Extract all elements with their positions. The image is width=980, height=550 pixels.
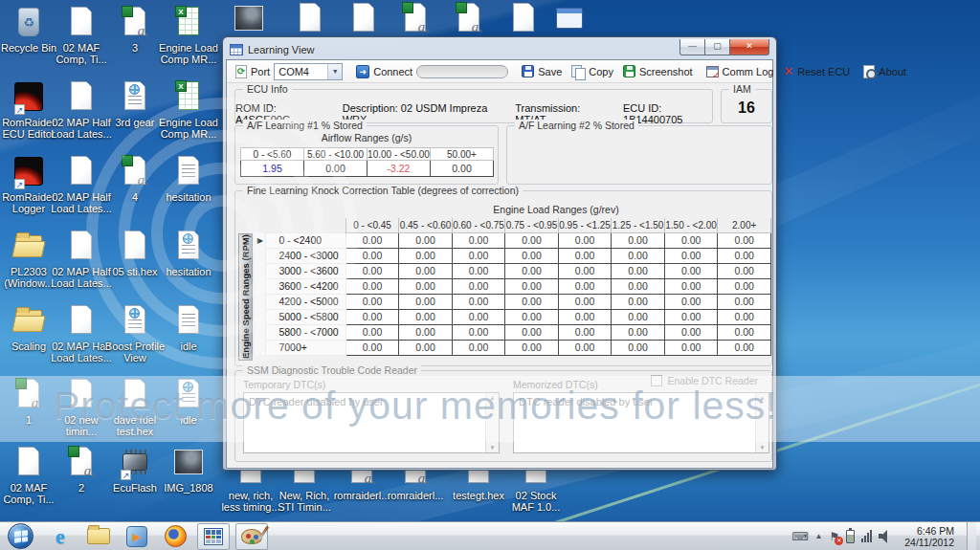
desktop-icon-boost-profile-view[interactable]: Boost Profile View [104,304,166,363]
reset-ecu-button[interactable]: ✕ Reset ECU [778,65,855,77]
knock-value-cell[interactable]: 0.00 [558,232,612,248]
knock-value-cell[interactable]: 0.00 [664,263,718,278]
volume-icon[interactable] [879,530,892,542]
desktop-icon-02-new-timin[interactable]: 02 new timin... [51,378,112,437]
knock-value-cell[interactable]: 0.00 [452,324,505,340]
taskbar-clock[interactable]: 6:46 PM 24/11/2012 [899,525,960,548]
af-value-cell[interactable]: 0.00 [304,161,368,177]
taskbar-item-firefox[interactable] [159,523,191,550]
knock-value-cell[interactable]: 0.00 [505,232,559,248]
chevron-down-icon[interactable]: ▼ [327,64,342,79]
af-value-cell[interactable]: -3.22 [368,161,431,177]
screenshot-button[interactable]: Screenshot [618,65,698,77]
desktop-icon-top-row[interactable]: a, [385,2,446,36]
knock-value-cell[interactable]: 0.00 [612,248,665,263]
knock-value-cell[interactable]: 0.00 [664,232,718,248]
knock-value-cell[interactable]: 0.00 [664,340,718,355]
taskbar-item-learning-view[interactable] [197,523,230,550]
knock-value-cell[interactable]: 0.00 [345,324,399,340]
knock-value-cell[interactable]: 0.00 [718,248,771,263]
taskbar-item-internet-explorer[interactable]: e [44,523,77,550]
window-titlebar[interactable]: Learning View — ▢ ✕ [226,40,773,59]
show-desktop-button[interactable] [967,522,976,550]
desktop-icon-top-row[interactable] [539,2,600,36]
desktop-icon-ecuflash[interactable]: ↗EcuFlash [104,446,166,494]
desktop-icon-top-row[interactable] [218,2,279,36]
knock-value-cell[interactable]: 0.00 [718,324,771,340]
knock-value-cell[interactable]: 0.00 [718,294,771,309]
taskbar-item-paint[interactable] [235,523,268,550]
knock-value-cell[interactable]: 0.00 [345,294,399,309]
knock-value-cell[interactable]: 0.00 [399,309,453,324]
knock-value-cell[interactable]: 0.00 [399,248,453,263]
scrollbar[interactable]: ▲▼ [755,393,768,452]
knock-value-cell[interactable]: 0.00 [558,294,612,309]
port-select[interactable]: COM4 ▼ [274,63,343,80]
knock-value-cell[interactable]: 0.00 [452,309,505,324]
scrollbar[interactable]: ▲▼ [485,393,499,452]
knock-value-cell[interactable]: 0.00 [452,294,505,309]
desktop-icon-img-1808[interactable]: IMG_1808 [158,446,219,494]
knock-value-cell[interactable]: 0.00 [664,248,718,263]
knock-value-cell[interactable]: 0.00 [558,340,612,355]
desktop-icon-05-sti-hex[interactable]: 05 sti.hex [104,230,166,277]
knock-value-cell[interactable]: 0.00 [558,248,612,263]
knock-value-cell[interactable]: 0.00 [505,340,559,355]
minimize-button[interactable]: — [679,39,705,55]
connect-button[interactable]: ➜ Connect [351,65,513,78]
knock-value-cell[interactable]: 0.00 [505,324,559,340]
close-button[interactable]: ✕ [729,39,769,55]
desktop-icon-engine-load-comp-mr[interactable]: XEngine Load Comp MR... [158,6,219,65]
knock-value-cell[interactable]: 0.00 [345,263,399,278]
knock-value-cell[interactable]: 0.00 [612,309,665,324]
desktop-icon-hesitation[interactable]: hesitation [158,230,219,277]
knock-value-cell[interactable]: 0.00 [345,232,399,248]
desktop-icon-hesitation[interactable]: hesitation [158,155,219,203]
show-hidden-icons-button[interactable]: ▲ [815,532,823,540]
knock-value-cell[interactable]: 0.00 [345,340,399,355]
desktop-icon-top-row[interactable]: a, [438,2,500,36]
knock-value-cell[interactable]: 0.00 [505,278,559,294]
knock-value-cell[interactable]: 0.00 [558,263,612,278]
knock-value-cell[interactable]: 0.00 [612,324,665,340]
knock-value-cell[interactable]: 0.00 [452,248,505,263]
af-value-cell[interactable]: 1.95 [241,161,304,177]
knock-value-cell[interactable]: 0.00 [505,309,559,324]
desktop-icon-2[interactable]: a,2 [51,446,112,494]
action-center-flag-icon[interactable]: ⚑ [829,530,839,543]
knock-value-cell[interactable]: 0.00 [664,294,718,309]
knock-value-cell[interactable]: 0.00 [612,294,665,309]
memorized-dtc-box[interactable]: DTC reader disabled by user ▲▼ [513,392,769,453]
temporary-dtc-box[interactable]: DTC reader disabled by user ▲▼ [243,392,500,453]
knock-value-cell[interactable]: 0.00 [399,294,453,309]
knock-value-cell[interactable]: 0.00 [558,309,612,324]
knock-value-cell[interactable]: 0.00 [399,278,453,294]
knock-value-cell[interactable]: 0.00 [345,309,399,324]
taskbar-item-explorer[interactable] [82,523,115,550]
knock-value-cell[interactable]: 0.00 [664,278,718,294]
knock-value-cell[interactable]: 0.00 [452,278,505,294]
desktop-icon-idle[interactable]: idle [158,378,219,426]
taskbar-item-media-player[interactable]: ▶ [121,523,153,550]
checkbox-box[interactable] [651,375,662,386]
network-signal-icon[interactable] [861,530,872,542]
keyboard-icon[interactable]: ⌨ [791,530,808,543]
battery-icon[interactable] [846,530,855,543]
desktop-icon-4[interactable]: a,4 [104,155,166,203]
desktop-icon-top-row[interactable] [279,2,341,36]
knock-value-cell[interactable]: 0.00 [399,263,453,278]
knock-value-cell[interactable]: 0.00 [612,278,665,294]
desktop-icon-02-maf-comp-ti[interactable]: 02 MAF Comp, Ti... [51,6,112,65]
desktop-icon-02-map-half-load-lates[interactable]: 02 MAP Half Load Lates... [51,155,112,214]
knock-value-cell[interactable]: 0.00 [399,232,453,248]
knock-value-cell[interactable]: 0.00 [664,309,718,324]
knock-value-cell[interactable]: 0.00 [664,324,718,340]
port-refresh-icon[interactable]: ⟳ [235,65,247,78]
desktop-icon-02-map-half-load-lates[interactable]: 02 MAP Half Load Lates... [51,304,112,363]
knock-value-cell[interactable]: 0.00 [558,278,612,294]
desktop-icon-engine-load-comp-mr[interactable]: XEngine Load Comp MR... [158,80,219,140]
knock-value-cell[interactable]: 0.00 [718,340,771,355]
knock-value-cell[interactable]: 0.00 [505,248,559,263]
knock-value-cell[interactable]: 0.00 [452,340,505,355]
desktop-icon-3rd-gear[interactable]: 3rd gear [104,80,166,128]
